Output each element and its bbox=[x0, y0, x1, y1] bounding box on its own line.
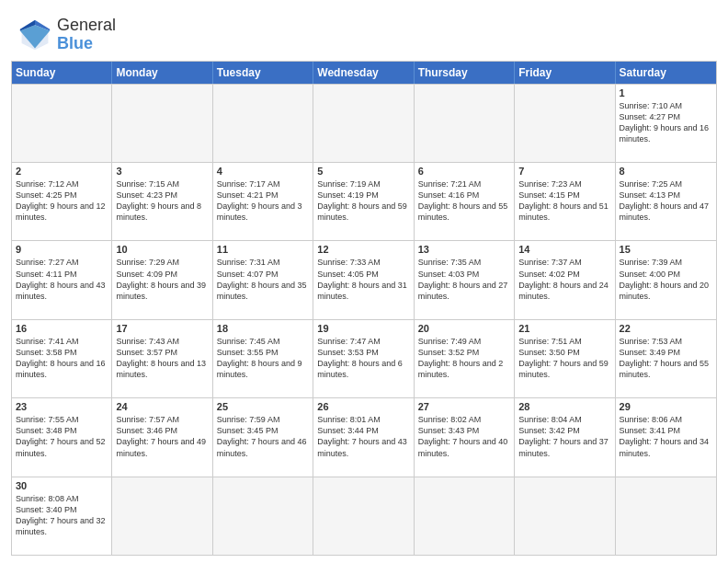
day-number: 17 bbox=[116, 323, 208, 334]
day-number: 13 bbox=[418, 244, 510, 255]
day-number: 29 bbox=[620, 401, 712, 412]
cell-sun-info: Sunrise: 7:12 AMSunset: 4:25 PMDaylight:… bbox=[16, 178, 108, 224]
day-number: 26 bbox=[317, 401, 409, 412]
day-number: 25 bbox=[217, 401, 309, 412]
day-cell-22: 22Sunrise: 7:53 AMSunset: 3:49 PMDayligh… bbox=[616, 320, 716, 397]
day-cell-29: 29Sunrise: 8:06 AMSunset: 3:41 PMDayligh… bbox=[616, 398, 716, 476]
empty-cell bbox=[213, 85, 313, 162]
cell-sun-info: Sunrise: 7:47 AMSunset: 3:53 PMDaylight:… bbox=[317, 336, 409, 381]
day-cell-11: 11Sunrise: 7:31 AMSunset: 4:07 PMDayligh… bbox=[213, 241, 313, 318]
header-day-monday: Monday bbox=[112, 62, 212, 84]
cell-sun-info: Sunrise: 7:59 AMSunset: 3:45 PMDaylight:… bbox=[217, 414, 309, 459]
day-cell-24: 24Sunrise: 7:57 AMSunset: 3:46 PMDayligh… bbox=[112, 398, 212, 476]
day-number: 7 bbox=[518, 166, 610, 177]
day-cell-4: 4Sunrise: 7:17 AMSunset: 4:21 PMDaylight… bbox=[213, 163, 313, 240]
day-number: 27 bbox=[418, 401, 510, 412]
empty-cell bbox=[415, 477, 515, 555]
day-cell-10: 10Sunrise: 7:29 AMSunset: 4:09 PMDayligh… bbox=[112, 241, 212, 318]
day-cell-3: 3Sunrise: 7:15 AMSunset: 4:23 PMDaylight… bbox=[112, 163, 212, 240]
day-number: 2 bbox=[16, 166, 108, 177]
empty-cell bbox=[515, 477, 615, 555]
day-cell-7: 7Sunrise: 7:23 AMSunset: 4:15 PMDaylight… bbox=[515, 163, 615, 240]
day-cell-5: 5Sunrise: 7:19 AMSunset: 4:19 PMDaylight… bbox=[313, 163, 414, 240]
day-cell-12: 12Sunrise: 7:33 AMSunset: 4:05 PMDayligh… bbox=[313, 241, 414, 318]
day-cell-9: 9Sunrise: 7:27 AMSunset: 4:11 PMDaylight… bbox=[12, 241, 112, 318]
cell-sun-info: Sunrise: 7:35 AMSunset: 4:03 PMDaylight:… bbox=[418, 257, 510, 302]
empty-cell bbox=[515, 85, 615, 162]
day-cell-27: 27Sunrise: 8:02 AMSunset: 3:43 PMDayligh… bbox=[415, 398, 515, 476]
calendar: SundayMondayTuesdayWednesdayThursdayFrid… bbox=[11, 61, 717, 556]
cell-sun-info: Sunrise: 7:33 AMSunset: 4:05 PMDaylight:… bbox=[317, 257, 409, 302]
day-number: 28 bbox=[518, 401, 610, 412]
cell-sun-info: Sunrise: 8:08 AMSunset: 3:40 PMDaylight:… bbox=[16, 493, 108, 538]
day-number: 11 bbox=[217, 244, 309, 255]
day-number: 20 bbox=[418, 323, 510, 334]
calendar-row-0: 1Sunrise: 7:10 AMSunset: 4:27 PMDaylight… bbox=[12, 84, 716, 162]
day-number: 9 bbox=[16, 244, 108, 255]
day-number: 14 bbox=[518, 244, 610, 255]
day-number: 15 bbox=[620, 244, 712, 255]
calendar-body: 1Sunrise: 7:10 AMSunset: 4:27 PMDaylight… bbox=[12, 84, 716, 555]
day-cell-15: 15Sunrise: 7:39 AMSunset: 4:00 PMDayligh… bbox=[616, 241, 716, 318]
day-number: 4 bbox=[217, 166, 309, 177]
empty-cell bbox=[112, 85, 212, 162]
cell-sun-info: Sunrise: 7:19 AMSunset: 4:19 PMDaylight:… bbox=[317, 178, 409, 224]
day-cell-6: 6Sunrise: 7:21 AMSunset: 4:16 PMDaylight… bbox=[415, 163, 515, 240]
cell-sun-info: Sunrise: 7:37 AMSunset: 4:02 PMDaylight:… bbox=[518, 257, 610, 302]
cell-sun-info: Sunrise: 8:04 AMSunset: 3:42 PMDaylight:… bbox=[518, 414, 610, 459]
header-day-thursday: Thursday bbox=[415, 62, 515, 84]
day-cell-8: 8Sunrise: 7:25 AMSunset: 4:13 PMDaylight… bbox=[616, 163, 716, 240]
cell-sun-info: Sunrise: 7:31 AMSunset: 4:07 PMDaylight:… bbox=[217, 257, 309, 302]
empty-cell bbox=[12, 85, 112, 162]
day-number: 22 bbox=[620, 323, 712, 334]
empty-cell bbox=[213, 477, 313, 555]
header-day-sunday: Sunday bbox=[12, 62, 112, 84]
day-cell-13: 13Sunrise: 7:35 AMSunset: 4:03 PMDayligh… bbox=[415, 241, 515, 318]
header-day-saturday: Saturday bbox=[616, 62, 716, 84]
day-number: 30 bbox=[16, 480, 108, 491]
day-number: 23 bbox=[16, 401, 108, 412]
cell-sun-info: Sunrise: 7:57 AMSunset: 3:46 PMDaylight:… bbox=[116, 414, 208, 459]
logo-text: General Blue bbox=[57, 17, 116, 53]
calendar-row-5: 30Sunrise: 8:08 AMSunset: 3:40 PMDayligh… bbox=[12, 477, 716, 555]
cell-sun-info: Sunrise: 8:01 AMSunset: 3:44 PMDaylight:… bbox=[317, 414, 409, 459]
day-cell-26: 26Sunrise: 8:01 AMSunset: 3:44 PMDayligh… bbox=[313, 398, 414, 476]
empty-cell bbox=[112, 477, 212, 555]
cell-sun-info: Sunrise: 7:45 AMSunset: 3:55 PMDaylight:… bbox=[217, 336, 309, 381]
day-number: 6 bbox=[418, 166, 510, 177]
empty-cell bbox=[616, 477, 716, 555]
day-cell-23: 23Sunrise: 7:55 AMSunset: 3:48 PMDayligh… bbox=[12, 398, 112, 476]
day-number: 8 bbox=[620, 166, 712, 177]
cell-sun-info: Sunrise: 8:02 AMSunset: 3:43 PMDaylight:… bbox=[418, 414, 510, 459]
day-number: 19 bbox=[317, 323, 409, 334]
day-number: 5 bbox=[317, 166, 409, 177]
day-cell-25: 25Sunrise: 7:59 AMSunset: 3:45 PMDayligh… bbox=[213, 398, 313, 476]
cell-sun-info: Sunrise: 7:21 AMSunset: 4:16 PMDaylight:… bbox=[418, 178, 510, 224]
header-day-wednesday: Wednesday bbox=[313, 62, 414, 84]
day-cell-30: 30Sunrise: 8:08 AMSunset: 3:40 PMDayligh… bbox=[12, 477, 112, 555]
calendar-row-2: 9Sunrise: 7:27 AMSunset: 4:11 PMDaylight… bbox=[12, 240, 716, 318]
day-number: 3 bbox=[116, 166, 208, 177]
day-cell-20: 20Sunrise: 7:49 AMSunset: 3:52 PMDayligh… bbox=[415, 320, 515, 397]
day-number: 10 bbox=[116, 244, 208, 255]
cell-sun-info: Sunrise: 7:17 AMSunset: 4:21 PMDaylight:… bbox=[217, 178, 309, 224]
day-number: 12 bbox=[317, 244, 409, 255]
header-day-tuesday: Tuesday bbox=[213, 62, 313, 84]
day-cell-1: 1Sunrise: 7:10 AMSunset: 4:27 PMDaylight… bbox=[616, 85, 716, 162]
page: General Blue SundayMondayTuesdayWednesda… bbox=[0, 0, 728, 563]
logo-icon bbox=[18, 18, 51, 52]
cell-sun-info: Sunrise: 7:49 AMSunset: 3:52 PMDaylight:… bbox=[418, 336, 510, 381]
day-cell-2: 2Sunrise: 7:12 AMSunset: 4:25 PMDaylight… bbox=[12, 163, 112, 240]
empty-cell bbox=[313, 85, 414, 162]
empty-cell bbox=[313, 477, 414, 555]
cell-sun-info: Sunrise: 7:53 AMSunset: 3:49 PMDaylight:… bbox=[620, 336, 712, 381]
cell-sun-info: Sunrise: 7:39 AMSunset: 4:00 PMDaylight:… bbox=[620, 257, 712, 302]
cell-sun-info: Sunrise: 7:27 AMSunset: 4:11 PMDaylight:… bbox=[16, 257, 108, 302]
cell-sun-info: Sunrise: 7:41 AMSunset: 3:58 PMDaylight:… bbox=[16, 336, 108, 381]
day-number: 18 bbox=[217, 323, 309, 334]
day-cell-19: 19Sunrise: 7:47 AMSunset: 3:53 PMDayligh… bbox=[313, 320, 414, 397]
cell-sun-info: Sunrise: 7:25 AMSunset: 4:13 PMDaylight:… bbox=[620, 178, 712, 224]
day-cell-14: 14Sunrise: 7:37 AMSunset: 4:02 PMDayligh… bbox=[515, 241, 615, 318]
cell-sun-info: Sunrise: 7:55 AMSunset: 3:48 PMDaylight:… bbox=[16, 414, 108, 459]
calendar-row-1: 2Sunrise: 7:12 AMSunset: 4:25 PMDaylight… bbox=[12, 162, 716, 240]
